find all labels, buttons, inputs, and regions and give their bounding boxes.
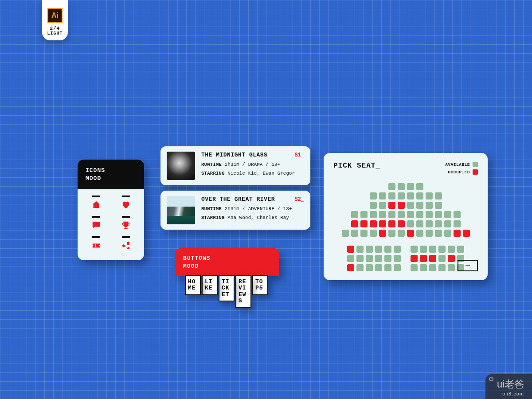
seat-available[interactable]: [411, 246, 418, 253]
seat-available[interactable]: [411, 264, 418, 271]
tab-like[interactable]: LIKE: [202, 275, 218, 295]
seat-available[interactable]: [356, 246, 364, 253]
seat-available[interactable]: [375, 264, 382, 271]
seat-available[interactable]: [356, 255, 364, 262]
movie-thumbnail: [167, 152, 195, 180]
seat-available[interactable]: [366, 264, 373, 271]
seat-occupied: [360, 220, 368, 227]
seat-available[interactable]: [384, 255, 391, 262]
watermark: ui老爸 uii8.com: [485, 374, 532, 399]
seat-available[interactable]: [394, 264, 401, 271]
seat-available[interactable]: [370, 202, 377, 209]
seat-available[interactable]: [366, 255, 373, 262]
seat-available[interactable]: [379, 211, 386, 218]
icon-cell-home[interactable]: [86, 196, 106, 210]
starring-label: STARRING: [201, 215, 225, 220]
seat-available[interactable]: [457, 246, 464, 253]
seat-available[interactable]: [388, 211, 395, 218]
seat-available[interactable]: [426, 211, 433, 218]
seat-available[interactable]: [429, 264, 436, 271]
seat-available[interactable]: [426, 230, 433, 237]
seat-available[interactable]: [360, 211, 368, 218]
seat-available[interactable]: [444, 230, 451, 237]
seat-available[interactable]: [438, 264, 446, 271]
seat-available[interactable]: [351, 230, 358, 237]
seat-available[interactable]: [407, 202, 414, 209]
seat-available[interactable]: [426, 202, 433, 209]
seat-available[interactable]: [394, 246, 401, 253]
movie-card-1[interactable]: THE MIDNIGHT GLASS S1_ RUNTIME 2h31m / D…: [160, 146, 310, 185]
dash-icon: [122, 196, 130, 197]
seat-available[interactable]: [416, 183, 423, 190]
tab-top5[interactable]: TOP5: [252, 275, 268, 295]
seat-available[interactable]: [398, 211, 405, 218]
seat-available[interactable]: [426, 220, 433, 227]
seat-available[interactable]: [356, 264, 364, 271]
seat-row: [347, 255, 401, 262]
seat-available[interactable]: [444, 220, 451, 227]
seat-available[interactable]: [416, 192, 423, 200]
seat-available[interactable]: [438, 246, 446, 253]
tab-ticket[interactable]: TICKET: [219, 275, 235, 301]
seat-available[interactable]: [370, 230, 377, 237]
seat-available[interactable]: [360, 230, 368, 237]
seat-block-left: [347, 246, 401, 271]
icon-cell-ticket[interactable]: [86, 236, 106, 250]
seat-available[interactable]: [347, 255, 354, 262]
seat-available[interactable]: [342, 230, 349, 237]
seat-available[interactable]: [435, 230, 442, 237]
movie-card-2[interactable]: OVER THE GREAT RIVER S2_ RUNTIME 2h31m /…: [160, 191, 310, 230]
seat-available[interactable]: [384, 246, 391, 253]
seat-row: [370, 192, 442, 200]
icon-cell-share[interactable]: [115, 236, 136, 250]
seat-available[interactable]: [407, 183, 414, 190]
seat-available[interactable]: [435, 192, 442, 200]
seat-available[interactable]: [420, 264, 427, 271]
seat-available[interactable]: [444, 211, 451, 218]
seat-available[interactable]: [426, 192, 433, 200]
seat-available[interactable]: [366, 246, 373, 253]
tab-reviews[interactable]: REVIEWS_: [235, 275, 251, 308]
seat-available[interactable]: [435, 202, 442, 209]
next-button[interactable]: →: [458, 260, 478, 271]
seat-available[interactable]: [398, 183, 405, 190]
seat-available[interactable]: [398, 230, 405, 237]
seat-available[interactable]: [375, 255, 382, 262]
dash-icon: [122, 236, 130, 238]
seat-available[interactable]: [370, 211, 377, 218]
seat-available[interactable]: [416, 220, 423, 227]
seat-available[interactable]: [416, 230, 423, 237]
seat-available[interactable]: [416, 211, 423, 218]
seat-available[interactable]: [379, 192, 386, 200]
legend-available-swatch: [473, 162, 478, 167]
seat-available[interactable]: [351, 211, 358, 218]
seat-available[interactable]: [435, 220, 442, 227]
seat-available[interactable]: [388, 183, 395, 190]
seat-available[interactable]: [375, 246, 382, 253]
seat-available[interactable]: [379, 202, 386, 209]
seat-map: [333, 183, 478, 271]
seat-available[interactable]: [454, 211, 461, 218]
seat-available[interactable]: [394, 255, 401, 262]
tab-home[interactable]: HOME: [185, 275, 201, 295]
icon-cell-review[interactable]: [86, 216, 106, 230]
seat-available[interactable]: [388, 230, 395, 237]
icon-cell-trophy[interactable]: [115, 216, 136, 230]
seat-available[interactable]: [370, 192, 377, 200]
icon-cell-heart[interactable]: [115, 196, 136, 210]
seat-available[interactable]: [448, 264, 455, 271]
seat-available[interactable]: [438, 255, 446, 262]
seat-available[interactable]: [384, 264, 391, 271]
seat-available[interactable]: [435, 211, 442, 218]
seat-available[interactable]: [398, 192, 405, 200]
seat-available[interactable]: [407, 211, 414, 218]
seat-available[interactable]: [420, 246, 427, 253]
seat-available[interactable]: [448, 246, 455, 253]
seat-available[interactable]: [429, 246, 436, 253]
seat-available[interactable]: [416, 202, 423, 209]
seat-available[interactable]: [407, 220, 414, 227]
seat-available[interactable]: [454, 220, 461, 227]
trophy-icon: [121, 220, 131, 230]
seat-available[interactable]: [388, 192, 395, 200]
seat-available[interactable]: [407, 192, 414, 200]
